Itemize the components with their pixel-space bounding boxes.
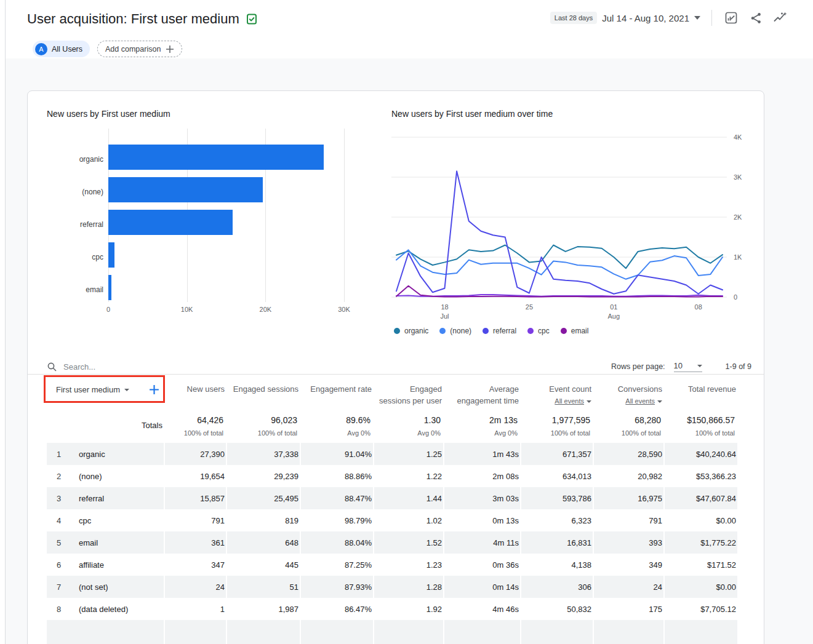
row-dimension-value: cpc <box>79 509 164 531</box>
table-row: 8(data deleted)11,98786.47%1.924m 46s50,… <box>47 598 737 620</box>
legend-dot <box>527 328 534 334</box>
row-metric-cell: 648 <box>226 531 300 554</box>
line-chart-title: New users by First user medium over time <box>391 108 755 120</box>
insights-icon[interactable] <box>772 10 788 26</box>
add-comparison-button[interactable]: Add comparison <box>97 41 182 57</box>
all-users-chip[interactable]: A All Users <box>33 41 90 57</box>
totals-cell: 1,977,595100% of total <box>520 407 593 443</box>
line-chart-block: New users by First user medium over time… <box>391 108 755 335</box>
bar-row: email <box>108 275 344 305</box>
x-axis-tick: 18 <box>441 303 448 311</box>
table-row: 6affiliate34744587.25%1.230m 36s4,138349… <box>47 554 737 576</box>
add-dimension-icon[interactable] <box>148 384 160 396</box>
column-header-label: Total revenue <box>668 383 736 395</box>
legend-dot <box>439 328 446 334</box>
bar-chart-title: New users by First user medium <box>47 108 379 120</box>
column-header-new-users[interactable]: New users <box>164 375 226 407</box>
row-metric-cell: 1.22 <box>373 465 443 487</box>
totals-cell: 1.30Avg 0% <box>373 407 443 443</box>
search-input[interactable] <box>63 362 322 372</box>
row-cell <box>443 620 520 644</box>
rows-per-page-value: 10 <box>674 361 683 370</box>
metrics-table: First user medium New usersEngaged sessi… <box>47 375 737 644</box>
totals-value: 1.30 <box>373 415 442 425</box>
totals-value: 89.6% <box>300 415 372 425</box>
totals-cell: 64,426100% of total <box>164 407 226 443</box>
row-dimension-value: affiliate <box>79 554 164 576</box>
x-axis-tick-sub: Jul <box>440 312 449 320</box>
all-events-link[interactable]: All events <box>555 397 584 405</box>
totals-subtext: Avg 0% <box>300 429 372 437</box>
share-icon[interactable] <box>748 10 764 26</box>
rows-per-page-select[interactable]: 10 <box>674 361 702 372</box>
row-metric-cell: 98.79% <box>300 509 373 531</box>
all-events-link[interactable]: All events <box>625 397 655 405</box>
row-metric-cell: 393 <box>593 531 663 554</box>
row-metric-cell: 1.25 <box>373 443 443 465</box>
column-header-average-engagement-time[interactable]: Average engagement time <box>443 375 520 407</box>
row-metric-cell: 0m 13s <box>443 509 520 531</box>
row-number: 2 <box>47 465 79 487</box>
row-metric-cell: 16,831 <box>520 531 593 554</box>
row-dimension-value: (data deleted) <box>79 598 164 620</box>
row-metric-cell: 6,323 <box>520 509 593 531</box>
column-header-event-count[interactable]: Event countAll events <box>520 375 593 407</box>
dimension-selector[interactable]: First user medium <box>47 375 164 396</box>
column-header-label: Average engagement time <box>448 383 519 407</box>
totals-subtext: Avg 0% <box>373 429 442 437</box>
row-cell <box>373 620 443 644</box>
totals-cell: 2m 13sAvg 0% <box>443 407 520 443</box>
table-toolbar: Rows per page: 10 1-9 of 9 <box>28 359 764 375</box>
row-metric-cell: 0m 36s <box>443 554 520 576</box>
row-metric-cell: 1 <box>164 598 226 620</box>
chevron-down-icon <box>697 365 702 367</box>
column-header-conversions[interactable]: ConversionsAll events <box>593 375 663 407</box>
row-metric-cell: 19,654 <box>164 465 226 487</box>
bar-row: organic <box>108 145 344 175</box>
row-metric-cell: 347 <box>164 554 226 576</box>
row-metric-cell: $1,775.22 <box>663 531 737 554</box>
table-row-partial <box>47 620 737 644</box>
row-metric-cell: 3m 03s <box>443 487 520 509</box>
x-axis-tick: 01 <box>610 303 617 311</box>
legend-label: referral <box>493 327 516 335</box>
row-metric-cell: 86.47% <box>300 598 373 620</box>
column-subfilter[interactable]: All events <box>598 396 662 407</box>
bar-gridline <box>344 129 345 302</box>
bar-category-label: (none) <box>42 177 103 207</box>
row-metric-cell: 634,013 <box>520 465 593 487</box>
row-metric-cell: 24 <box>164 576 226 598</box>
row-metric-cell: 1.92 <box>373 598 443 620</box>
column-header-engaged-sessions-per-user[interactable]: Engaged sessions per user <box>373 375 443 407</box>
y-axis-tick: 4K <box>734 133 742 141</box>
totals-subtext: Avg 0% <box>443 429 519 437</box>
totals-value: 96,023 <box>226 415 298 425</box>
row-number: 1 <box>47 443 79 465</box>
column-header-engaged-sessions[interactable]: Engaged sessions <box>226 375 300 407</box>
row-metric-cell: 91.04% <box>300 443 373 465</box>
totals-value: 64,426 <box>164 415 225 425</box>
dimension-column-header: First user medium <box>47 375 164 407</box>
bar-row: cpc <box>108 242 344 272</box>
row-metric-cell: 349 <box>593 554 663 576</box>
column-header-engagement-rate[interactable]: Engagement rate <box>300 375 373 407</box>
column-header-total-revenue[interactable]: Total revenue <box>663 375 737 407</box>
bar-organic <box>108 145 324 170</box>
row-metric-cell: 0m 14s <box>443 576 520 598</box>
totals-subtext: 100% of total <box>520 429 591 437</box>
date-range-selector[interactable]: Last 28 days Jul 14 - Aug 10, 2021 <box>550 12 700 24</box>
bar-axis-tick: 20K <box>260 306 272 313</box>
row-metric-cell: 4m 11s <box>443 531 520 554</box>
row-dimension-value: (not set) <box>79 576 164 598</box>
row-metric-cell: 1.44 <box>373 487 443 509</box>
row-metric-cell: $7,705.12 <box>663 598 737 620</box>
row-cell <box>226 620 300 644</box>
column-subfilter[interactable]: All events <box>525 396 591 407</box>
legend-dot <box>483 328 489 334</box>
column-header-label: Engaged sessions per user <box>378 383 442 407</box>
edit-chart-icon[interactable] <box>723 10 739 26</box>
row-number: 6 <box>47 554 79 576</box>
legend-label: (none) <box>450 327 471 335</box>
row-metric-cell: $0.00 <box>663 509 737 531</box>
row-metric-cell: 819 <box>226 509 300 531</box>
